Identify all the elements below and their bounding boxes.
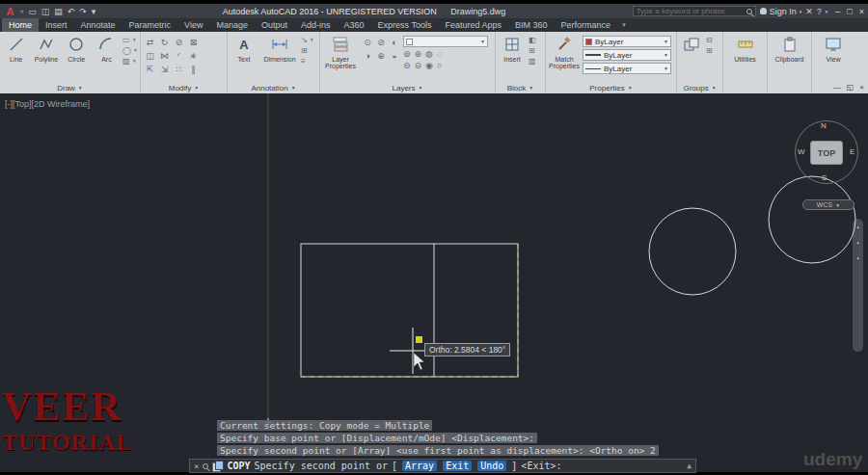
create-block-tool[interactable]: ⊞ xyxy=(529,46,536,55)
command-history-toggle-icon[interactable]: ▲ xyxy=(687,462,692,470)
tab-performance[interactable]: Performance xyxy=(554,18,617,32)
group-tool[interactable] xyxy=(679,34,704,55)
tab-view[interactable]: View xyxy=(177,18,209,32)
define-attribute-tool[interactable]: ▥ xyxy=(529,57,536,66)
trim-icon[interactable]: ⊘ xyxy=(172,36,186,49)
erase-icon[interactable]: ⊠ xyxy=(186,36,201,49)
viewcube-west-label[interactable]: W xyxy=(798,147,805,156)
annotation-extra-tool[interactable]: ≡ xyxy=(301,57,314,66)
move-icon[interactable]: ⇄ xyxy=(143,36,157,49)
nav-zoom-icon[interactable]: ▪ xyxy=(856,240,858,246)
layer-previous-icon[interactable]: ⊛ xyxy=(415,49,422,59)
offset-icon[interactable]: ∥ xyxy=(186,63,201,76)
explode-icon[interactable]: ∗ xyxy=(186,49,201,63)
layer-lock-icon[interactable]: ◑ xyxy=(361,49,374,63)
window-maximize-icon[interactable]: □ xyxy=(847,7,852,16)
circle-tool[interactable]: Circle xyxy=(63,34,91,63)
option-undo[interactable]: Undo xyxy=(477,461,506,471)
tab-featured-apps[interactable]: Featured Apps xyxy=(438,18,508,32)
view-tool[interactable]: View xyxy=(814,34,853,63)
plot-icon[interactable]: ▤ xyxy=(54,7,63,16)
arc-tool[interactable]: Arc xyxy=(93,34,121,63)
qat-caret-icon[interactable]: ▾ xyxy=(92,7,96,16)
panel-label-groups[interactable]: Groups▼ xyxy=(677,82,722,93)
clipboard-tool[interactable]: Clipboard xyxy=(770,34,809,63)
group-edit-tool[interactable]: ⊞ xyxy=(706,46,713,55)
layer-select-dropdown[interactable]: ▼ xyxy=(403,36,488,47)
nav-pan-icon[interactable]: ▪ xyxy=(856,224,858,230)
ungroup-tool[interactable]: ⊟ xyxy=(706,36,713,44)
scale-icon[interactable]: ⇲ xyxy=(157,63,172,76)
leader-tool[interactable]: ↘▼ xyxy=(301,36,314,44)
viewcube-top-face[interactable]: TOP xyxy=(810,141,843,165)
navigation-bar[interactable]: ▪ ▪ ▪ xyxy=(853,219,863,352)
tab-annotate[interactable]: Annotate xyxy=(74,18,122,32)
line-tool[interactable]: Line xyxy=(2,34,30,63)
layer-walk-icon[interactable]: ◍ xyxy=(425,49,433,59)
search-icon[interactable] xyxy=(746,9,752,14)
layer-properties-tool[interactable]: Layer Properties xyxy=(322,34,359,69)
nav-orbit-icon[interactable]: ▪ xyxy=(856,255,858,261)
option-array[interactable]: Array xyxy=(402,461,437,471)
insert-block-tool[interactable]: Insert xyxy=(498,34,527,63)
sign-in-button[interactable]: Sign In ▾ xyxy=(760,7,802,16)
mirror-icon[interactable]: ⋈ xyxy=(157,49,172,63)
viewcube-south-label[interactable]: S xyxy=(822,173,827,182)
polyline-tool[interactable]: Polyline xyxy=(32,34,60,63)
recent-commands-icon[interactable] xyxy=(203,463,208,469)
layer-unlock-icon[interactable]: ⊚ xyxy=(403,49,411,59)
viewcube-north-label[interactable]: N xyxy=(821,121,827,130)
redo-icon[interactable]: ↷ xyxy=(79,7,87,16)
tab-manage[interactable]: Manage xyxy=(209,18,255,32)
tab-insert[interactable]: Insert xyxy=(39,18,74,32)
viewport-controls[interactable]: [-][Top][2D Wireframe] xyxy=(5,99,90,109)
edit-attribute-tool[interactable]: ◧ xyxy=(529,36,536,44)
layer-off-icon[interactable]: ⊙ xyxy=(361,36,374,49)
rotate-icon[interactable]: ↻ xyxy=(157,36,172,49)
close-command-icon[interactable]: × xyxy=(194,462,199,471)
object-color-dropdown[interactable]: ByLayer ▼ xyxy=(583,36,671,47)
layer-freeze-icon[interactable]: ⊘ xyxy=(374,36,388,49)
table-tool[interactable]: ⊞ xyxy=(301,46,314,55)
text-tool[interactable]: A Text xyxy=(230,34,258,63)
search-input[interactable] xyxy=(637,7,744,15)
option-exit[interactable]: Exit xyxy=(443,461,472,471)
autocad-logo[interactable]: A xyxy=(4,6,16,17)
tab-home[interactable]: Home xyxy=(2,18,39,32)
new-file-icon[interactable]: ▫ xyxy=(20,7,23,16)
window-minimize-icon[interactable]: – xyxy=(835,7,840,16)
help-caret-icon[interactable]: ▾ xyxy=(826,9,828,14)
layer-isolate-icon[interactable]: ◐ xyxy=(388,36,401,49)
linetype-dropdown[interactable]: ByLayer ▼ xyxy=(583,63,671,74)
tab-a360[interactable]: A360 xyxy=(338,18,371,32)
tab-overflow-caret-icon[interactable]: ▼ xyxy=(617,18,631,32)
stretch-icon[interactable]: ⇱ xyxy=(143,63,157,76)
open-file-icon[interactable]: ▭ xyxy=(28,7,37,16)
tab-bim-360[interactable]: BIM 360 xyxy=(508,18,555,32)
layer-match-icon[interactable]: ◒ xyxy=(388,49,401,63)
array-icon[interactable]: ∷ xyxy=(172,63,186,76)
help-button[interactable]: ? xyxy=(817,7,822,16)
dimension-tool[interactable]: Dimension xyxy=(260,34,299,63)
layer-on-icon[interactable]: ⊜ xyxy=(403,61,411,70)
panel-label-annotation[interactable]: Annotation▼ xyxy=(228,82,319,93)
layer-delete-icon[interactable]: ○ xyxy=(437,61,442,70)
tab-parametric[interactable]: Parametric xyxy=(122,18,178,32)
viewcube-east-label[interactable]: E xyxy=(850,147,854,156)
panel-label-block[interactable]: Block▼ xyxy=(496,82,545,93)
exchange-apps-icon[interactable]: ✕ xyxy=(805,7,813,16)
layer-state-icon[interactable]: ◉ xyxy=(425,61,433,70)
help-search-box[interactable] xyxy=(633,6,756,16)
drawing-area[interactable]: [-][Top][2D Wireframe] N W E S TOP WCS ▼… xyxy=(0,93,868,472)
utilities-tool[interactable]: Utilities xyxy=(725,34,765,63)
save-icon[interactable]: ◫ xyxy=(41,7,50,16)
doc-minimize-icon[interactable]: — xyxy=(833,83,841,92)
layer-thaw-icon[interactable]: ⊝ xyxy=(415,61,422,70)
window-close-icon[interactable]: × xyxy=(859,7,864,16)
ellipse-tool[interactable]: ◯▼ xyxy=(122,46,138,55)
doc-restore-icon[interactable]: ◱ xyxy=(847,83,854,92)
layer-merge-icon[interactable]: ◌ xyxy=(437,49,442,59)
doc-close-icon[interactable]: × xyxy=(859,83,864,92)
panel-label-draw[interactable]: Draw▼ xyxy=(0,82,140,93)
fillet-icon[interactable]: ◜ xyxy=(172,49,186,63)
